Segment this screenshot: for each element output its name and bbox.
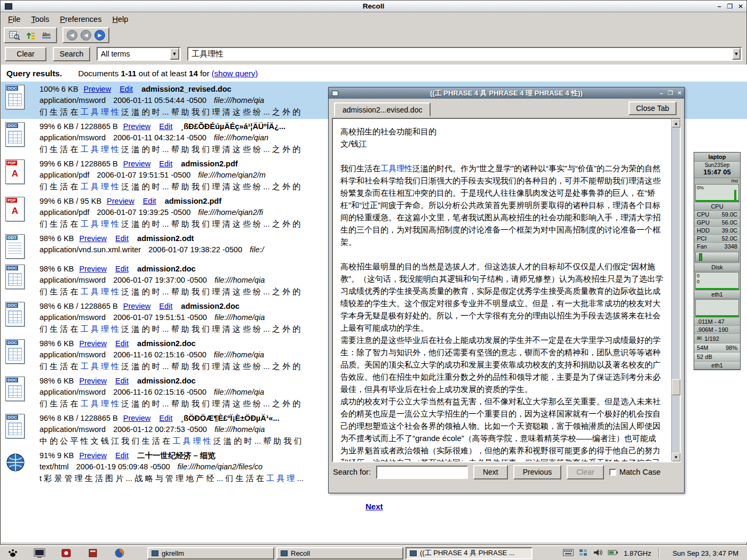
window-titlebar[interactable]: Recoll – ❐ ✕: [1, 1, 746, 12]
result-mimetype: application/msword: [39, 425, 106, 434]
firefox-launcher-icon[interactable]: [113, 547, 126, 559]
preview-scrollbar[interactable]: ▲ ▼: [671, 119, 680, 461]
result-preview-link[interactable]: Preview: [80, 234, 107, 243]
claw-launcher-icon[interactable]: [6, 547, 19, 559]
highlighted-term: 工 具 理 性: [81, 324, 120, 333]
scroll-up-icon[interactable]: ▲: [672, 119, 680, 127]
sensor-row: CPU59.0C: [694, 211, 740, 219]
result-preview-link[interactable]: Preview: [80, 377, 107, 385]
result-score-size: 98% 6 KB: [39, 234, 74, 243]
gkrellm-monitor[interactable]: laptop Sun23Sep 15:47 05 mo 0% CPU CPU59…: [694, 152, 741, 370]
result-edit-link[interactable]: Edit: [120, 85, 133, 93]
result-preview-link[interactable]: Preview: [80, 451, 107, 460]
sensor-value: 39.0C: [722, 227, 737, 234]
disk-chart: 0 0: [695, 272, 739, 290]
file-type-icon: DOC: [5, 301, 39, 335]
term-explorer-icon[interactable]: âbc: [40, 29, 53, 41]
sort-icon[interactable]: [24, 29, 37, 41]
preview-tab[interactable]: admission2...evised.doc: [334, 102, 431, 117]
sensor-row: PCI52.0C: [694, 235, 740, 243]
result-edit-link[interactable]: Edit: [143, 197, 156, 205]
show-query-link[interactable]: (show query): [212, 69, 258, 78]
result-edit-link[interactable]: Edit: [115, 451, 129, 460]
close-tab-button[interactable]: Close Tab: [629, 101, 677, 115]
search-button[interactable]: Search: [53, 47, 90, 61]
result-edit-link[interactable]: Edit: [115, 377, 129, 385]
result-preview-link[interactable]: Preview: [80, 339, 107, 348]
result-edit-link[interactable]: Edit: [115, 265, 129, 273]
result-edit-link[interactable]: Edit: [159, 302, 172, 310]
taskbar-task-button[interactable]: ((工 PHRASE 4 具 PHRASE ...: [406, 547, 533, 559]
result-preview-link[interactable]: Preview: [123, 414, 151, 422]
disk-label: Disk: [694, 263, 740, 271]
taskbar-task-button[interactable]: Recoll: [276, 547, 403, 559]
result-preview-link[interactable]: Preview: [123, 122, 151, 131]
result-preview-link[interactable]: Preview: [80, 265, 107, 273]
taskbar-task-button[interactable]: gkrellm: [147, 547, 274, 559]
preview-minimize-icon[interactable]: –: [657, 89, 666, 97]
next-page-icon[interactable]: ►: [94, 30, 105, 41]
red-app-launcher-icon[interactable]: [60, 547, 73, 559]
result-preview-link[interactable]: Preview: [84, 85, 112, 93]
preview-close-icon[interactable]: ✕: [675, 89, 684, 97]
window-icon: [152, 550, 158, 556]
input-method-icon[interactable]: [579, 549, 587, 558]
result-edit-link[interactable]: Edit: [159, 159, 172, 168]
memory-row: 54M 98%: [694, 343, 740, 353]
query-history-arrow-icon[interactable]: ▼: [732, 48, 741, 60]
preview-titlebar[interactable]: ((工 PHRASE 4 具 PHRASE 4 理 PHRASE 4 性)) –…: [329, 87, 684, 99]
search-input[interactable]: [188, 49, 732, 59]
sensor-row: HDD39.0C: [694, 227, 740, 235]
cpu-percent: 0%: [697, 185, 704, 190]
match-case-checkbox[interactable]: [609, 469, 616, 476]
find-previous-button[interactable]: Previous: [513, 465, 561, 479]
find-next-button[interactable]: Next: [473, 465, 508, 479]
search-mode-select[interactable]: All terms ▼: [97, 47, 181, 61]
result-preview-link[interactable]: Preview: [107, 197, 134, 205]
result-mimetype: application/msword: [39, 276, 106, 284]
result-preview-link[interactable]: Preview: [123, 159, 151, 168]
menu-help[interactable]: Help: [107, 13, 133, 25]
close-icon[interactable]: ✕: [736, 2, 745, 11]
terminal-launcher-icon[interactable]: [33, 547, 46, 559]
minimize-icon[interactable]: –: [714, 2, 724, 11]
clear-button[interactable]: Clear: [5, 47, 46, 61]
result-preview-link[interactable]: Preview: [123, 302, 151, 310]
scrollbar-thumb[interactable]: [672, 379, 680, 395]
first-page-icon[interactable]: ◄: [67, 30, 77, 41]
preview-window-icon: [332, 91, 338, 96]
doc-paragraph-3: 需要注意的是这些毕业后在社会上能成功发展的学生并不一定是在大学里学习成绩最好的学…: [340, 334, 664, 395]
next-page-link[interactable]: Next: [365, 502, 383, 511]
taskbar-clock: Sun Sep 23, 3:47 PM: [667, 548, 744, 558]
result-edit-link[interactable]: Edit: [159, 414, 172, 422]
preview-maximize-icon[interactable]: ❐: [666, 89, 675, 97]
find-input[interactable]: [376, 466, 468, 479]
menu-file[interactable]: File: [3, 13, 26, 25]
prev-page-icon[interactable]: ◄: [81, 30, 91, 41]
result-edit-link[interactable]: Edit: [115, 234, 129, 243]
find-clear-button[interactable]: Clear: [567, 465, 603, 479]
preview-window: ((工 PHRASE 4 具 PHRASE 4 理 PHRASE 4 性)) –…: [328, 87, 685, 493]
preview-document-text[interactable]: 高校招生的社会功能和目的 文/钱江 我们生活在工具理性泛滥的时代。作为“世之显学…: [333, 119, 671, 461]
result-edit-link[interactable]: Edit: [159, 122, 172, 131]
chevron-down-icon[interactable]: ▼: [170, 48, 179, 60]
sensor-name: CPU: [697, 211, 709, 218]
volume-icon[interactable]: [593, 548, 602, 558]
result-date: 2006-01-11 04:32:14 -0500: [113, 133, 206, 142]
query-fragments-icon[interactable]: [8, 29, 21, 41]
keyboard-layout-icon[interactable]: [563, 549, 574, 558]
menu-tools[interactable]: Tools: [26, 13, 54, 25]
result-mimetype: application/vnd.sun.xml.writer: [39, 245, 141, 254]
scroll-down-icon[interactable]: ▼: [672, 453, 680, 461]
result-edit-link[interactable]: Edit: [115, 339, 129, 348]
red-book-launcher-icon[interactable]: [86, 547, 99, 559]
match-case-option[interactable]: Match Case: [609, 468, 661, 476]
battery-icon[interactable]: [608, 549, 618, 557]
maximize-icon[interactable]: ❐: [725, 2, 735, 11]
fan-row: Fan3348: [694, 243, 740, 251]
results-summary-pre: Documents: [78, 69, 121, 78]
doc-file-icon: DOC: [5, 414, 25, 438]
sensor-list: CPU59.0CGPU56.0CHDD39.0CPCI52.0C: [694, 211, 740, 243]
mail-count: 1/192: [704, 335, 719, 342]
menu-preferences[interactable]: Preferences: [54, 13, 107, 25]
